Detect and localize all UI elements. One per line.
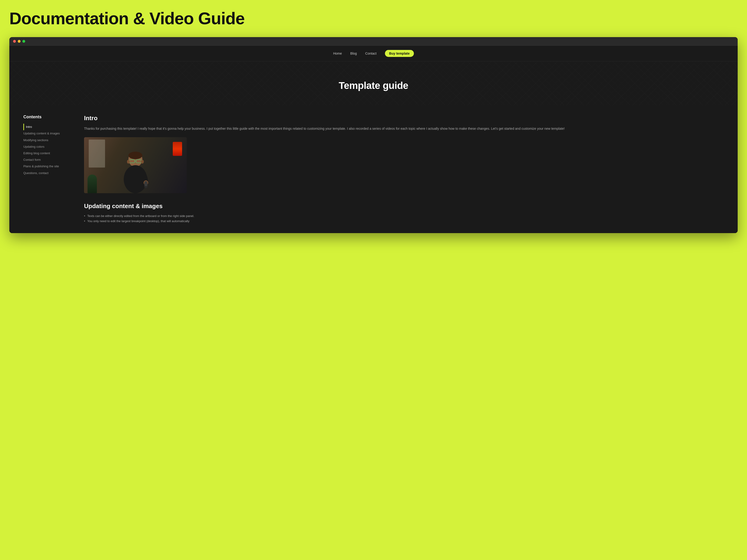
sidebar-item-intro[interactable]: Intro bbox=[23, 124, 70, 130]
sidebar-item-editing-blog[interactable]: Editing blog content bbox=[23, 150, 70, 157]
nav-blog-link[interactable]: Blog bbox=[351, 52, 357, 55]
nav-contact-link[interactable]: Contact bbox=[365, 52, 377, 55]
bullet-item-2: You only need to edit the largest breakp… bbox=[84, 219, 724, 224]
person-silhouette bbox=[117, 146, 154, 193]
sidebar-item-questions-contact[interactable]: Questions, contact bbox=[23, 170, 70, 177]
browser-dot-close[interactable] bbox=[13, 40, 16, 43]
red-light-decoration bbox=[173, 142, 182, 156]
bullet-item-1: Texts can be either directly edited from… bbox=[84, 213, 724, 219]
sidebar-item-updating-content[interactable]: Updating content & images bbox=[23, 130, 70, 137]
sidebar-item-plans-publishing[interactable]: Plans & publishing the site bbox=[23, 163, 70, 170]
browser-dot-minimize[interactable] bbox=[18, 40, 21, 43]
svg-point-1 bbox=[128, 152, 143, 159]
site-nav: Home Blog Contact Buy template bbox=[9, 46, 738, 61]
browser-chrome bbox=[9, 37, 738, 46]
window-light-decoration bbox=[89, 139, 105, 167]
sidebar-heading: Contents bbox=[23, 114, 70, 119]
video-thumb-inner bbox=[84, 137, 187, 193]
hero-section: Template guide bbox=[9, 61, 738, 105]
svg-rect-12 bbox=[145, 181, 147, 186]
sidebar: Contents Intro Updating content & images… bbox=[23, 114, 70, 224]
svg-point-5 bbox=[127, 160, 130, 164]
nav-home-link[interactable]: Home bbox=[333, 52, 342, 55]
intro-section-title: Intro bbox=[84, 114, 724, 122]
page-heading: Documentation & Video Guide bbox=[9, 9, 738, 28]
updating-section-title: Updating content & images bbox=[84, 203, 724, 210]
content-area: Contents Intro Updating content & images… bbox=[9, 105, 738, 233]
browser-dot-maximize[interactable] bbox=[22, 40, 25, 43]
sidebar-item-contact-form[interactable]: Contact form bbox=[23, 157, 70, 163]
sidebar-item-modifying-sections[interactable]: Modifying sections bbox=[23, 137, 70, 143]
buy-template-button[interactable]: Buy template bbox=[385, 50, 414, 57]
hero-title: Template guide bbox=[14, 80, 733, 91]
intro-section-body: Thanks for purchasing this template! I r… bbox=[84, 126, 724, 132]
updating-bullet-list: Texts can be either directly edited from… bbox=[84, 213, 724, 224]
svg-point-6 bbox=[141, 160, 144, 164]
browser-window: Home Blog Contact Buy template Template … bbox=[9, 37, 738, 233]
video-thumbnail[interactable] bbox=[84, 137, 187, 193]
sidebar-item-updating-colors[interactable]: Updating colors bbox=[23, 143, 70, 150]
main-content: Intro Thanks for purchasing this templat… bbox=[84, 114, 724, 224]
plant-decoration bbox=[87, 175, 97, 193]
